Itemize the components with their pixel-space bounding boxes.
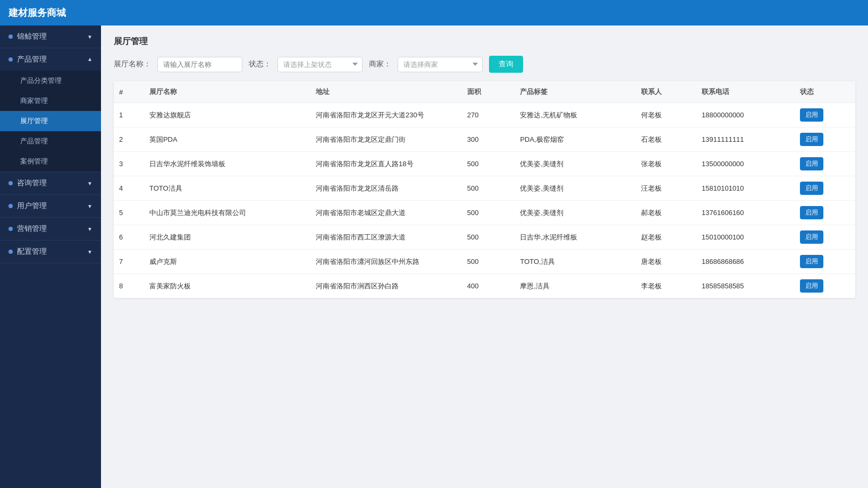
table-row: 5 中山市莫兰迪光电科技有限公司 河南省洛阳市老城区定鼎大道 500 优美姿,美…: [114, 201, 855, 225]
cell-addr: 河南省洛阳市瀍河回族区中州东路: [310, 250, 462, 274]
enable-button[interactable]: 启用: [800, 255, 823, 268]
cell-name: 英国PDA: [144, 127, 310, 152]
cell-addr: 河南省洛阳市西工区潦源大道: [310, 225, 462, 250]
sidebar-item-marketing-mgr[interactable]: 营销管理 ▼: [0, 218, 101, 240]
cell-addr: 河南省洛阳市龙龙区清岳路: [310, 176, 462, 201]
cell-name: 威卢克斯: [144, 250, 310, 274]
cell-tags: PDA,极窑烟窑: [515, 127, 636, 152]
enable-button[interactable]: 启用: [800, 206, 823, 219]
cell-addr: 河南省洛阳市龙龙区定鼎门街: [310, 127, 462, 152]
cell-tags: 优美姿,美缝剂: [515, 201, 636, 225]
dot-icon: [9, 57, 13, 62]
query-button[interactable]: 查询: [489, 56, 523, 73]
content-area: 展厅管理 展厅名称： 状态： 请选择上架状态 商家： 请选择商家 查询 # 展厅…: [101, 25, 868, 488]
chevron-icon: ▼: [87, 181, 92, 186]
cell-phone: 18585858585: [696, 274, 795, 298]
cell-tags: 优美姿,美缝剂: [515, 152, 636, 176]
cell-no: 4: [114, 176, 144, 201]
cell-addr: 河南省洛阳市龙龙区开元大道230号: [310, 103, 462, 127]
cell-tags: 优美姿,美缝剂: [515, 176, 636, 201]
cell-no: 1: [114, 103, 144, 127]
enable-button[interactable]: 启用: [800, 182, 823, 195]
nav-group-product: 产品管理 ▼ 产品分类管理 商家管理 展厅管理 产品管理 案例管理: [0, 48, 101, 172]
cell-no: 3: [114, 152, 144, 176]
table-row: 1 安雅达旗舰店 河南省洛阳市龙龙区开元大道230号 270 安雅达,无机矿物板…: [114, 103, 855, 127]
cell-status: 启用: [795, 274, 855, 298]
col-header-area: 面积: [462, 81, 515, 103]
cell-addr: 河南省洛阳市龙龙区直人路18号: [310, 152, 462, 176]
cell-name: 富美家防火板: [144, 274, 310, 298]
sidebar-item-case-mgr[interactable]: 案例管理: [0, 151, 101, 172]
cell-area: 500: [462, 250, 515, 274]
cell-phone: 15010000100: [696, 225, 795, 250]
top-bar: [101, 0, 868, 25]
cell-phone: 15810101010: [696, 176, 795, 201]
cell-name: TOTO洁具: [144, 176, 310, 201]
cell-area: 400: [462, 274, 515, 298]
cell-contact: 何老板: [636, 103, 696, 127]
cell-area: 500: [462, 176, 515, 201]
chevron-icon: ▼: [87, 249, 92, 255]
chevron-icon: ▼: [87, 226, 92, 232]
enable-button[interactable]: 启用: [800, 279, 823, 293]
table-row: 2 英国PDA 河南省洛阳市龙龙区定鼎门街 300 PDA,极窑烟窑 石老板 1…: [114, 127, 855, 152]
cell-status: 启用: [795, 250, 855, 274]
cell-tags: 日吉华,水泥纤维板: [515, 225, 636, 250]
enable-button[interactable]: 启用: [800, 133, 823, 146]
cell-status: 启用: [795, 225, 855, 250]
nav-group-user: 用户管理 ▼: [0, 195, 101, 218]
merchant-select[interactable]: 请选择商家: [398, 57, 483, 72]
cell-tags: TOTO,洁具: [515, 250, 636, 274]
cell-name: 中山市莫兰迪光电科技有限公司: [144, 201, 310, 225]
sidebar: 建材服务商城 锦鲸管理 ▼ 产品管理 ▼ 产品分类管理 商家管理 展厅管理 产品…: [0, 0, 101, 488]
cell-status: 启用: [795, 201, 855, 225]
col-header-addr: 地址: [310, 81, 462, 103]
cell-status: 启用: [795, 103, 855, 127]
dot-icon: [9, 227, 13, 231]
table-row: 8 富美家防火板 河南省洛阳市涧西区孙白路 400 摩恩,洁具 李老板 1858…: [114, 274, 855, 298]
showroom-table: # 展厅名称 地址 面积 产品标签 联系人 联系电话 状态 1 安雅达旗舰店 河…: [114, 81, 855, 298]
sidebar-item-consult-mgr[interactable]: 咨询管理 ▼: [0, 172, 101, 194]
app-logo: 建材服务商城: [0, 0, 101, 25]
nav-group-consult: 咨询管理 ▼: [0, 172, 101, 195]
sidebar-item-jinpai[interactable]: 锦鲸管理 ▼: [0, 25, 101, 48]
table-row: 7 威卢克斯 河南省洛阳市瀍河回族区中州东路 500 TOTO,洁具 唐老板 1…: [114, 250, 855, 274]
cell-addr: 河南省洛阳市涧西区孙白路: [310, 274, 462, 298]
cell-tags: 摩恩,洁具: [515, 274, 636, 298]
cell-phone: 13911111111: [696, 127, 795, 152]
cell-area: 270: [462, 103, 515, 127]
table-row: 6 河北久建集团 河南省洛阳市西工区潦源大道 500 日吉华,水泥纤维板 赵老板…: [114, 225, 855, 250]
status-select[interactable]: 请选择上架状态: [277, 57, 363, 72]
sidebar-item-user-mgr[interactable]: 用户管理 ▼: [0, 195, 101, 217]
name-label: 展厅名称：: [114, 59, 151, 69]
sidebar-item-merchant-mgr[interactable]: 商家管理: [0, 91, 101, 111]
sidebar-item-config-mgr[interactable]: 配置管理 ▼: [0, 241, 101, 263]
search-input[interactable]: [157, 57, 242, 72]
enable-button[interactable]: 启用: [800, 108, 823, 122]
dot-icon: [9, 35, 13, 39]
dot-icon: [9, 181, 13, 185]
col-header-tag: 产品标签: [515, 81, 636, 103]
cell-name: 日吉华水泥纤维装饰墙板: [144, 152, 310, 176]
chevron-icon: ▼: [87, 203, 92, 209]
nav-group-marketing: 营销管理 ▼: [0, 218, 101, 241]
cell-status: 启用: [795, 127, 855, 152]
nav-group-config: 配置管理 ▼: [0, 241, 101, 263]
cell-area: 500: [462, 225, 515, 250]
sidebar-item-product-sub[interactable]: 产品管理: [0, 131, 101, 151]
cell-phone: 13761606160: [696, 201, 795, 225]
cell-contact: 唐老板: [636, 250, 696, 274]
cell-contact: 李老板: [636, 274, 696, 298]
cell-phone: 13500000000: [696, 152, 795, 176]
merchant-label: 商家：: [369, 59, 391, 69]
enable-button[interactable]: 启用: [800, 230, 823, 244]
cell-contact: 石老板: [636, 127, 696, 152]
nav-sub-product: 产品分类管理 商家管理 展厅管理 产品管理 案例管理: [0, 71, 101, 172]
cell-no: 6: [114, 225, 144, 250]
sidebar-item-product-category[interactable]: 产品分类管理: [0, 71, 101, 91]
cell-contact: 张老板: [636, 152, 696, 176]
cell-contact: 汪老板: [636, 176, 696, 201]
sidebar-item-product-mgr[interactable]: 产品管理 ▼: [0, 48, 101, 71]
sidebar-item-showroom-mgr[interactable]: 展厅管理: [0, 111, 101, 131]
enable-button[interactable]: 启用: [800, 157, 823, 170]
